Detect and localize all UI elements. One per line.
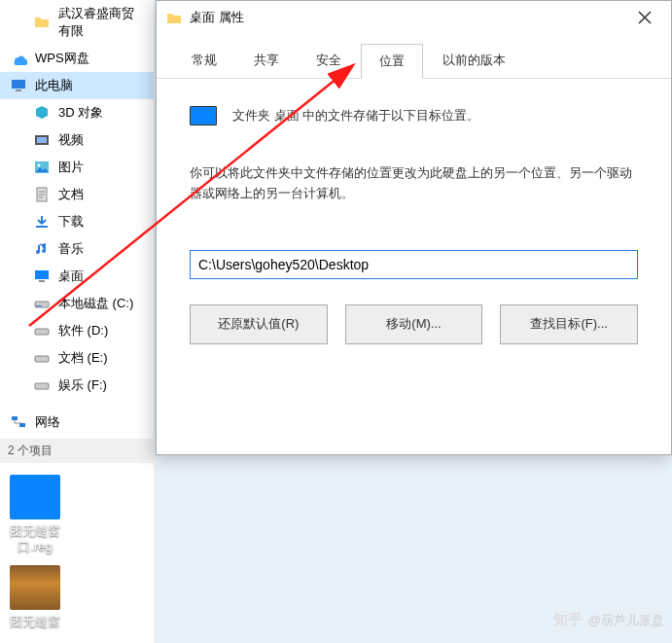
- folder-icon: [166, 10, 182, 25]
- 3d-icon: [33, 104, 51, 122]
- nav-label: 网络: [35, 413, 60, 431]
- path-input[interactable]: [190, 250, 638, 279]
- drive-icon: [33, 295, 51, 312]
- nav-item-video[interactable]: 视频: [0, 126, 154, 154]
- nav-item-drive-c[interactable]: 本地磁盘 (C:): [0, 290, 154, 317]
- tab-location[interactable]: 位置: [361, 44, 423, 79]
- dialog-title: 桌面 属性: [190, 9, 624, 26]
- nav-label: 此电脑: [35, 77, 73, 94]
- svg-rect-0: [12, 80, 25, 89]
- nav-item-documents[interactable]: 文档: [0, 181, 154, 208]
- nav-item-network[interactable]: 网络: [0, 409, 154, 436]
- nav-label: 桌面: [58, 268, 84, 285]
- nav-item-drive-f[interactable]: 娱乐 (F:): [0, 372, 154, 399]
- nav-label: 下载: [58, 213, 84, 231]
- nav-item-drive-e[interactable]: 文档 (E:): [0, 344, 154, 372]
- dialog-body: 文件夹 桌面 中的文件存储于以下目标位置。 你可以将此文件夹中文件存储的位置更改…: [157, 79, 671, 372]
- properties-dialog: 桌面 属性 常规 共享 安全 位置 以前的版本 文件夹 桌面 中的文件存储于以下…: [156, 0, 672, 455]
- nav-item-wps[interactable]: WPS网盘: [0, 45, 154, 72]
- documents-icon: [33, 186, 51, 203]
- nav-item-drive-d[interactable]: 软件 (D:): [0, 317, 154, 344]
- nav-item-desktop[interactable]: 桌面: [0, 263, 154, 290]
- tab-previous[interactable]: 以前的版本: [425, 44, 523, 78]
- drive-icon: [33, 322, 51, 339]
- nav-item-folder[interactable]: 武汉睿盛商贸有限: [0, 0, 154, 45]
- svg-rect-14: [12, 416, 18, 420]
- drive-icon: [33, 349, 51, 367]
- close-button[interactable]: [624, 4, 665, 31]
- nav-label: 视频: [58, 131, 84, 149]
- svg-rect-13: [35, 383, 49, 389]
- desc-line-1: 文件夹 桌面 中的文件存储于以下目标位置。: [232, 106, 479, 126]
- desktop-file-rar[interactable]: 团无缝窗: [0, 565, 70, 629]
- network-icon: [10, 413, 27, 431]
- watermark-author: @葫芦儿派盘: [588, 612, 664, 629]
- download-icon: [33, 213, 51, 231]
- svg-rect-15: [19, 423, 25, 427]
- svg-rect-11: [35, 329, 49, 335]
- nav-item-downloads[interactable]: 下载: [0, 208, 154, 235]
- nav-label: 本地磁盘 (C:): [58, 295, 133, 312]
- nav-label: 音乐: [58, 240, 84, 258]
- svg-rect-1: [16, 89, 21, 91]
- svg-rect-3: [37, 137, 47, 143]
- svg-rect-12: [35, 356, 49, 362]
- tab-sharing[interactable]: 共享: [236, 44, 297, 78]
- pc-icon: [10, 77, 27, 94]
- desktop-icon: [33, 268, 51, 285]
- video-icon: [33, 131, 51, 149]
- nav-label: 软件 (D:): [58, 322, 108, 339]
- move-button[interactable]: 移动(M)...: [345, 304, 483, 344]
- tabs: 常规 共享 安全 位置 以前的版本: [157, 34, 671, 79]
- nav-label: 图片: [58, 159, 84, 176]
- cloud-icon: [10, 50, 27, 67]
- nav-label: 文档 (E:): [58, 349, 108, 367]
- nav-label: 武汉睿盛商贸有限: [58, 5, 146, 40]
- nav-item-3d[interactable]: 3D 对象: [0, 99, 154, 126]
- monitor-icon: [190, 106, 217, 125]
- nav-item-music[interactable]: 音乐: [0, 235, 154, 263]
- find-target-button[interactable]: 查找目标(F)...: [500, 304, 638, 344]
- nav-item-pictures[interactable]: 图片: [0, 154, 154, 181]
- desktop-file-reg[interactable]: 团无缝窗 口.reg: [0, 475, 70, 554]
- svg-rect-9: [35, 302, 49, 307]
- tab-security[interactable]: 安全: [299, 44, 359, 78]
- desktop-icons: 团无缝窗 口.reg 团无缝窗: [0, 475, 154, 641]
- tab-general[interactable]: 常规: [174, 44, 234, 78]
- nav-label: 娱乐 (F:): [58, 376, 107, 394]
- zhihu-logo: 知乎: [553, 611, 583, 629]
- nav-label: 3D 对象: [58, 104, 103, 122]
- watermark: 知乎 @葫芦儿派盘: [553, 611, 664, 629]
- music-icon: [33, 240, 51, 258]
- svg-point-5: [38, 164, 41, 167]
- status-bar: 2 个项目: [0, 439, 154, 463]
- desc-line-2: 你可以将此文件夹中文件存储的位置更改为此硬盘上的另一个位置、另一个驱动器或网络上…: [190, 163, 638, 204]
- svg-rect-7: [35, 270, 49, 279]
- svg-rect-10: [36, 305, 42, 306]
- nav-item-thispc[interactable]: 此电脑: [0, 72, 154, 99]
- svg-rect-8: [39, 280, 45, 282]
- nav-label: WPS网盘: [35, 50, 89, 67]
- nav-label: 文档: [58, 186, 84, 203]
- pictures-icon: [33, 159, 51, 176]
- folder-icon: [33, 14, 51, 31]
- drive-icon: [33, 376, 51, 394]
- restore-default-button[interactable]: 还原默认值(R): [190, 304, 328, 344]
- titlebar[interactable]: 桌面 属性: [157, 1, 671, 34]
